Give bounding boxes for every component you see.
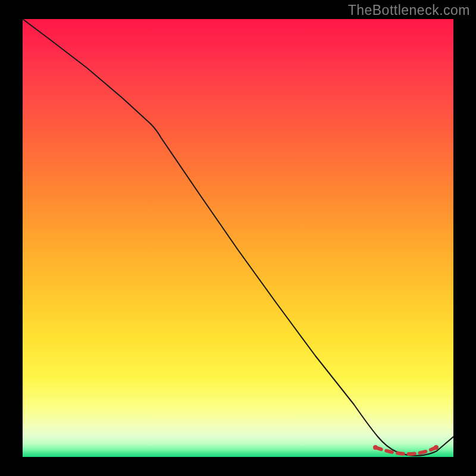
highlight-segment bbox=[375, 447, 436, 454]
line-layer bbox=[23, 19, 453, 457]
bottleneck-curve bbox=[23, 19, 453, 456]
highlight-end-dot bbox=[434, 445, 439, 450]
plot-area bbox=[23, 19, 453, 457]
watermark-text: TheBottleneck.com bbox=[348, 2, 470, 18]
chart-frame: TheBottleneck.com bbox=[0, 0, 476, 476]
